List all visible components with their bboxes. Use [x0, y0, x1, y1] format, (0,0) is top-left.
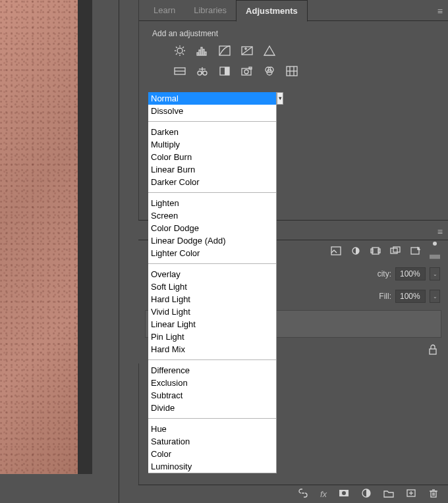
blend-mode-option[interactable]: Hard Light: [148, 293, 276, 305]
svg-point-29: [244, 70, 248, 74]
layers-panel-menu-icon[interactable]: ≡: [437, 226, 443, 237]
blend-mode-option[interactable]: Luminosity: [148, 460, 276, 473]
new-layer-icon[interactable]: [406, 489, 416, 500]
tab-learn[interactable]: Learn: [144, 0, 184, 20]
adjustment-layer-icon[interactable]: [361, 489, 372, 500]
levels-icon[interactable]: [196, 45, 209, 59]
menu-separator: [148, 192, 276, 193]
blend-mode-option[interactable]: Lighter Color: [148, 247, 276, 259]
vibrance-icon[interactable]: [263, 45, 276, 59]
fill-label: Fill:: [379, 292, 391, 301]
fill-dropdown-button[interactable]: ⌄: [430, 290, 440, 303]
svg-point-49: [342, 491, 346, 495]
link-layers-icon[interactable]: [298, 489, 308, 500]
svg-line-5: [176, 47, 177, 48]
layer-mask-icon[interactable]: [339, 489, 349, 500]
blend-dropdown-button[interactable]: ▾: [277, 92, 283, 105]
blend-mode-option[interactable]: Color Dodge: [148, 222, 276, 234]
svg-line-8: [176, 53, 177, 55]
blend-mode-option[interactable]: Multiply: [148, 138, 276, 151]
blend-mode-option[interactable]: Vivid Light: [148, 305, 276, 318]
filter-image-icon[interactable]: [331, 246, 341, 257]
brightness-contrast-icon[interactable]: [173, 45, 186, 59]
opacity-dropdown-button[interactable]: ⌄: [430, 267, 440, 280]
opacity-input[interactable]: 100%: [395, 267, 426, 280]
svg-point-0: [177, 48, 182, 53]
black-white-icon[interactable]: [218, 65, 231, 79]
exposure-icon[interactable]: [240, 45, 254, 59]
layer-style-icon[interactable]: fx: [320, 489, 327, 499]
blend-mode-option[interactable]: Hard Mix: [148, 343, 276, 356]
blend-mode-option[interactable]: Color: [148, 448, 276, 460]
filter-toggle-pin[interactable]: [430, 242, 440, 261]
color-balance-icon[interactable]: [196, 65, 209, 79]
svg-rect-54: [431, 491, 436, 497]
filter-type-icon[interactable]: [370, 246, 381, 257]
group-icon[interactable]: [383, 489, 394, 500]
blend-mode-option[interactable]: Linear Light: [148, 318, 276, 331]
delete-layer-icon[interactable]: [428, 489, 439, 500]
filter-adjustment-icon[interactable]: [350, 246, 361, 257]
blend-mode-option[interactable]: Soft Light: [148, 280, 276, 293]
blend-mode-option[interactable]: Linear Dodge (Add): [148, 234, 276, 247]
menu-separator: [148, 121, 276, 122]
svg-marker-19: [264, 46, 275, 55]
layers-footer: fx: [138, 485, 448, 503]
svg-rect-14: [219, 46, 230, 55]
svg-point-22: [198, 71, 202, 75]
adjustments-tabs: Learn Libraries Adjustments ≡: [139, 0, 448, 21]
blend-mode-option[interactable]: Subtract: [148, 389, 276, 402]
color-lookup-icon[interactable]: [285, 65, 298, 79]
panel-menu-icon[interactable]: ≡: [437, 6, 443, 16]
blend-mode-option[interactable]: Darker Color: [148, 176, 276, 188]
svg-point-23: [203, 71, 207, 75]
svg-rect-27: [225, 67, 229, 75]
canvas-area: [0, 0, 92, 474]
svg-rect-47: [430, 349, 436, 354]
blend-mode-option[interactable]: Divide: [148, 402, 276, 414]
lock-icon[interactable]: [428, 344, 437, 357]
svg-rect-46: [430, 255, 440, 259]
blend-mode-option[interactable]: Overlay: [148, 268, 276, 280]
blend-mode-option[interactable]: Saturation: [148, 435, 276, 448]
document-image[interactable]: [0, 0, 78, 474]
blend-mode-option[interactable]: Darken: [148, 126, 276, 138]
filter-shape-icon[interactable]: [390, 246, 401, 257]
blend-mode-option[interactable]: Exclusion: [148, 377, 276, 389]
curves-icon[interactable]: [218, 45, 231, 59]
adjustment-icons-row1: [139, 42, 448, 63]
blend-mode-option[interactable]: Screen: [148, 209, 276, 222]
svg-rect-43: [391, 248, 397, 253]
svg-line-6: [182, 53, 184, 55]
menu-separator: [148, 418, 276, 419]
svg-line-7: [182, 47, 184, 48]
photo-filter-icon[interactable]: [240, 65, 254, 79]
menu-separator: [148, 263, 276, 264]
adjustment-icons-row2: [139, 63, 448, 83]
blend-mode-option[interactable]: Lighten: [148, 197, 276, 209]
blend-mode-option[interactable]: Normal: [148, 92, 276, 105]
svg-rect-9: [197, 53, 198, 55]
fill-input[interactable]: 100%: [395, 290, 426, 303]
tab-adjustments[interactable]: Adjustments: [236, 0, 308, 22]
blend-mode-option[interactable]: Color Burn: [148, 151, 276, 163]
blend-mode-option[interactable]: Linear Burn: [148, 163, 276, 176]
svg-rect-44: [393, 247, 400, 252]
filter-smart-icon[interactable]: [410, 246, 420, 257]
menu-separator: [148, 359, 276, 360]
panel-divider: [119, 0, 119, 503]
blend-mode-option[interactable]: Hue: [148, 423, 276, 435]
blend-mode-dropdown[interactable]: NormalDissolveDarkenMultiplyColor BurnLi…: [148, 92, 277, 473]
blend-mode-option[interactable]: Pin Light: [148, 331, 276, 343]
svg-rect-12: [203, 49, 204, 55]
svg-rect-13: [205, 52, 206, 55]
blend-mode-option[interactable]: Difference: [148, 364, 276, 377]
opacity-label: city:: [378, 269, 391, 278]
tab-libraries[interactable]: Libraries: [184, 0, 236, 20]
add-adjustment-label: Add an adjustment: [139, 21, 448, 42]
svg-rect-10: [199, 50, 200, 55]
svg-rect-11: [201, 47, 202, 55]
hue-saturation-icon[interactable]: [173, 65, 186, 79]
blend-mode-option[interactable]: Dissolve: [148, 105, 276, 117]
channel-mixer-icon[interactable]: [263, 65, 276, 79]
